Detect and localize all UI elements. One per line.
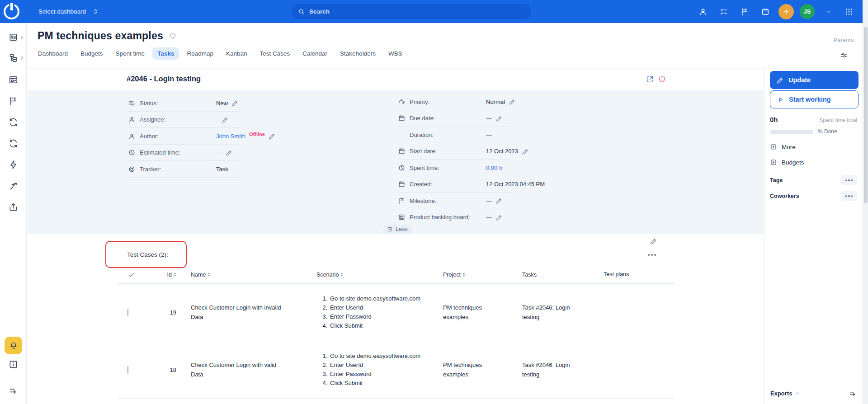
tab-roadmap[interactable]: Roadmap [182, 47, 218, 60]
checkmark-icon[interactable] [127, 271, 153, 278]
search-bar[interactable] [292, 4, 531, 19]
sync-icon[interactable] [8, 117, 19, 127]
tab-kanban[interactable]: Kanban [221, 47, 252, 60]
open-external-icon[interactable] [646, 75, 654, 84]
user-icon[interactable] [695, 4, 710, 19]
tab-calendar[interactable]: Calendar [297, 47, 332, 60]
scenario-step: Enter Password [329, 312, 429, 321]
column-header-scenario[interactable]: Scenario [316, 272, 343, 278]
edit-pencil-icon[interactable] [495, 197, 503, 204]
search-input[interactable] [309, 8, 525, 15]
field-author: Author: John Smith Offline [128, 128, 323, 145]
edit-pencil-icon[interactable] [495, 214, 503, 221]
table-row: 18 Check Customer Login with valid Data … [118, 341, 675, 399]
dashboards-icon[interactable] [8, 32, 19, 42]
board-icon [398, 213, 407, 221]
tab-wbs[interactable]: WBS [383, 47, 407, 60]
chevron-right-icon[interactable] [19, 56, 24, 61]
test-case-name[interactable]: Check Customer Login with valid Data [176, 360, 312, 379]
avatar[interactable]: JS [800, 4, 815, 19]
edit-pencil-icon[interactable] [226, 149, 233, 156]
scrollbar-thumb[interactable] [864, 27, 868, 203]
tags-more-options-icon[interactable] [841, 175, 857, 185]
update-button[interactable]: Update [770, 71, 859, 89]
row-checkbox[interactable] [127, 309, 128, 316]
project-tree-icon[interactable] [8, 53, 19, 63]
column-header-name[interactable]: Name [191, 272, 210, 278]
task-title-row: #2046 - Login testing [27, 68, 764, 90]
field-value: New [216, 100, 228, 107]
edit-pencil-icon[interactable] [522, 148, 529, 155]
edit-pencil-icon[interactable] [231, 99, 239, 107]
page-title: PM techniques examples [38, 30, 163, 42]
settings-sliders-icon[interactable] [840, 51, 848, 60]
split-arrows-icon[interactable] [8, 181, 19, 191]
sync-alt-icon[interactable] [8, 138, 19, 149]
field-label: Milestone: [410, 197, 486, 204]
info-icon[interactable] [8, 359, 19, 370]
tab-spent-time[interactable]: Spent time [111, 47, 150, 60]
notifications-button[interactable] [5, 337, 22, 354]
sort-icon [340, 272, 343, 277]
edit-pencil-icon[interactable] [269, 132, 276, 140]
app-grid-icon[interactable] [841, 4, 856, 19]
edit-pencil-icon[interactable] [650, 237, 657, 245]
scenario-step: Enter Password [329, 370, 429, 379]
project-header: PM techniques examples Parents: Dashboar… [27, 23, 863, 68]
expand-sidebar-icon[interactable] [8, 385, 19, 396]
calendar-icon[interactable] [758, 4, 773, 19]
row-checkbox[interactable] [127, 366, 128, 374]
favorite-heart-icon[interactable] [169, 32, 177, 40]
start-working-button[interactable]: Start working [770, 90, 859, 108]
export-box-icon[interactable] [8, 202, 19, 212]
edit-pencil-icon[interactable] [509, 98, 516, 105]
add-new-button[interactable] [778, 4, 794, 19]
budgets-expander[interactable]: Budgets [770, 159, 804, 166]
pencil-icon [776, 76, 784, 84]
profile-chevron-down-icon[interactable] [821, 4, 835, 19]
less-toggle-button[interactable]: Less [383, 225, 412, 234]
tab-tasks[interactable]: Tasks [152, 47, 179, 60]
lightning-icon[interactable] [8, 160, 19, 170]
field-value: --- [486, 214, 492, 221]
milestone-flag-icon[interactable] [8, 96, 19, 106]
field-estimated-time: Estimated time: --- [128, 145, 323, 161]
author-link[interactable]: John Smith [216, 133, 245, 140]
field-value: Task [216, 166, 228, 173]
more-expander[interactable]: More [770, 143, 796, 150]
done-label: % Done [818, 128, 837, 135]
clock-icon [128, 149, 137, 156]
column-header-id[interactable]: Id [167, 272, 176, 278]
table-header-row: Id Name Scenario Project Tasks Test plan… [118, 266, 675, 284]
more-options-icon[interactable] [648, 251, 660, 259]
column-header-project[interactable]: Project [443, 272, 465, 278]
sort-icon [208, 272, 210, 277]
flag-icon[interactable] [737, 4, 752, 19]
parents-label: Parents: [834, 37, 855, 43]
calendar-icon [398, 147, 407, 155]
exports-button[interactable]: Exports [764, 390, 843, 397]
field-label: Priority: [410, 99, 486, 105]
field-priority: Priority: Normal [398, 94, 593, 110]
test-case-scenario: Go to site demo.easysoftware.com Enter U… [312, 352, 443, 388]
app-logo-icon[interactable] [4, 4, 19, 19]
select-dashboard-button[interactable]: Select dashboard [38, 8, 99, 15]
tab-dashboard[interactable]: Dashboard [33, 47, 73, 60]
tab-budgets[interactable]: Budgets [75, 47, 108, 60]
chevron-up-down-icon [92, 8, 99, 15]
tab-stakeholders[interactable]: Stakeholders [335, 47, 381, 60]
collapse-panel-icon[interactable] [843, 382, 863, 404]
chevron-right-icon[interactable] [19, 35, 24, 40]
test-case-name[interactable]: Check Customer Login with invalid Data [176, 303, 312, 322]
field-label: Created: [410, 181, 486, 188]
favorite-heart-icon[interactable] [658, 75, 666, 84]
edit-pencil-icon[interactable] [495, 115, 503, 122]
spent-time-link[interactable]: 0.00 h [486, 164, 502, 171]
tab-test-cases[interactable]: Test Cases [255, 47, 295, 60]
coworkers-more-options-icon[interactable] [841, 191, 857, 201]
browser-window-icon[interactable] [8, 75, 19, 85]
minus-square-icon [387, 226, 393, 232]
panel-footer: Exports [764, 382, 863, 404]
edit-pencil-icon[interactable] [222, 116, 229, 123]
tasks-checklist-icon[interactable] [716, 4, 731, 19]
